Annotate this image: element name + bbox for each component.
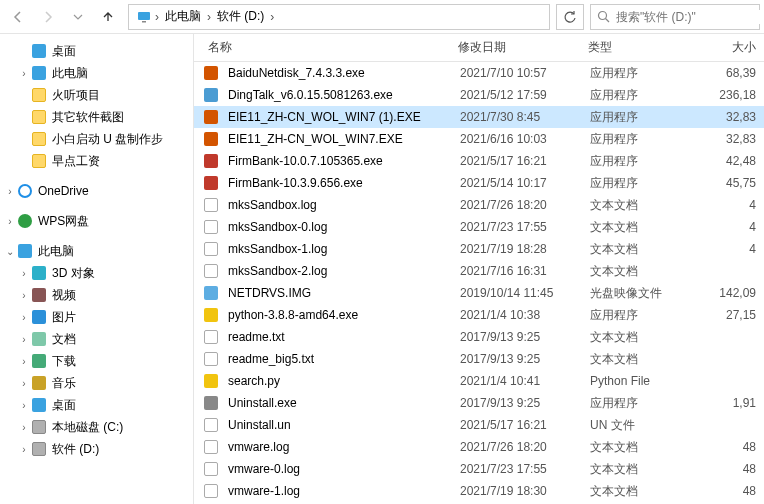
column-header-size[interactable]: 大小 [682, 39, 764, 56]
file-pane: 名称 修改日期 类型 大小 BaiduNetdisk_7.4.3.3.exe20… [194, 34, 764, 504]
file-type: 文本文档 [584, 197, 684, 214]
file-row[interactable]: vmware.log2021/7/26 18:20文本文档48 [194, 436, 764, 458]
txt-icon [202, 439, 220, 455]
file-size: 32,83 [684, 110, 764, 124]
file-date: 2021/7/26 18:20 [454, 198, 584, 212]
file-name: vmware-0.log [222, 462, 454, 476]
expand-icon[interactable]: › [4, 216, 16, 227]
file-row[interactable]: vmware-1.log2021/7/19 18:30文本文档48 [194, 480, 764, 502]
sidebar-item[interactable]: ›下载 [0, 350, 193, 372]
expand-icon[interactable]: › [18, 378, 30, 389]
img-icon [202, 285, 220, 301]
file-name: EIE11_ZH-CN_WOL_WIN7.EXE [222, 132, 454, 146]
expand-icon[interactable]: › [18, 312, 30, 323]
column-header-name[interactable]: 名称 [202, 39, 452, 56]
sidebar-item[interactable]: 早点工资 [0, 150, 193, 172]
sidebar-item-label: OneDrive [38, 184, 89, 198]
breadcrumb-item[interactable]: 此电脑 [161, 8, 205, 25]
file-row[interactable]: mksSandbox-2.log2021/7/16 16:31文本文档 [194, 260, 764, 282]
sidebar-item[interactable]: 火听项目 [0, 84, 193, 106]
sidebar-item[interactable]: ›视频 [0, 284, 193, 306]
file-row[interactable]: readme.txt2017/9/13 9:25文本文档 [194, 326, 764, 348]
nav-recent-button[interactable] [64, 4, 92, 30]
file-row[interactable]: BaiduNetdisk_7.4.3.3.exe2021/7/10 10:57应… [194, 62, 764, 84]
expand-icon[interactable]: › [18, 356, 30, 367]
refresh-button[interactable] [556, 4, 584, 30]
sidebar-item[interactable]: ⌄此电脑 [0, 240, 193, 262]
file-size: 27,15 [684, 308, 764, 322]
column-header-date[interactable]: 修改日期 [452, 39, 582, 56]
monitor-icon [135, 10, 153, 24]
nav-back-button[interactable] [4, 4, 32, 30]
file-row[interactable]: readme_big5.txt2017/9/13 9:25文本文档 [194, 348, 764, 370]
file-list[interactable]: BaiduNetdisk_7.4.3.3.exe2021/7/10 10:57应… [194, 62, 764, 504]
file-row[interactable]: FirmBank-10.0.7.105365.exe2021/5/17 16:2… [194, 150, 764, 172]
sidebar-item-label: 桌面 [52, 397, 76, 414]
folder-icon [30, 87, 48, 103]
file-type: 文本文档 [584, 329, 684, 346]
nav-up-button[interactable] [94, 4, 122, 30]
file-row[interactable]: python-3.8.8-amd64.exe2021/1/4 10:38应用程序… [194, 304, 764, 326]
txt-icon [202, 219, 220, 235]
column-header-type[interactable]: 类型 [582, 39, 682, 56]
file-row[interactable]: mksSandbox-0.log2021/7/23 17:55文本文档4 [194, 216, 764, 238]
expand-icon[interactable]: ⌄ [4, 246, 16, 257]
expand-icon[interactable]: › [18, 268, 30, 279]
sidebar-item[interactable]: ›WPS网盘 [0, 210, 193, 232]
file-type: 光盘映像文件 [584, 285, 684, 302]
file-name: Uninstall.exe [222, 396, 454, 410]
sidebar[interactable]: 桌面›此电脑火听项目其它软件截图小白启动 U 盘制作步早点工资›OneDrive… [0, 34, 194, 504]
expand-icon[interactable]: › [18, 334, 30, 345]
breadcrumb-item[interactable]: 软件 (D:) [213, 8, 268, 25]
sidebar-item[interactable]: 桌面 [0, 40, 193, 62]
file-type: 文本文档 [584, 263, 684, 280]
file-date: 2021/6/16 10:03 [454, 132, 584, 146]
file-date: 2021/7/26 18:20 [454, 440, 584, 454]
sidebar-item[interactable]: 小白启动 U 盘制作步 [0, 128, 193, 150]
file-row[interactable]: EIE11_ZH-CN_WOL_WIN7.EXE2021/6/16 10:03应… [194, 128, 764, 150]
sidebar-item[interactable]: ›文档 [0, 328, 193, 350]
file-row[interactable]: DingTalk_v6.0.15.5081263.exe2021/5/12 17… [194, 84, 764, 106]
file-name: NETDRVS.IMG [222, 286, 454, 300]
file-size: 32,83 [684, 132, 764, 146]
sidebar-item[interactable]: ›图片 [0, 306, 193, 328]
toolbar: › 此电脑 › 软件 (D:) › [0, 0, 764, 34]
expand-icon[interactable]: › [18, 400, 30, 411]
sidebar-item[interactable]: ›软件 (D:) [0, 438, 193, 460]
expand-icon[interactable]: › [18, 444, 30, 455]
file-size: 4 [684, 242, 764, 256]
expand-icon[interactable]: › [18, 68, 30, 79]
file-row[interactable]: vmware-0.log2021/7/23 17:55文本文档48 [194, 458, 764, 480]
sidebar-item-label: 软件 (D:) [52, 441, 99, 458]
file-row[interactable]: mksSandbox.log2021/7/26 18:20文本文档4 [194, 194, 764, 216]
file-row[interactable]: FirmBank-10.3.9.656.exe2021/5/14 10:17应用… [194, 172, 764, 194]
svg-point-2 [599, 12, 607, 20]
search-input[interactable] [616, 10, 764, 24]
sidebar-item[interactable]: ›本地磁盘 (C:) [0, 416, 193, 438]
sidebar-item[interactable]: 其它软件截图 [0, 106, 193, 128]
file-type: 文本文档 [584, 439, 684, 456]
file-name: readme_big5.txt [222, 352, 454, 366]
file-date: 2021/7/30 8:45 [454, 110, 584, 124]
file-row[interactable]: Uninstall.un2021/5/17 16:21UN 文件 [194, 414, 764, 436]
drive-icon [30, 441, 48, 457]
sidebar-item[interactable]: ›此电脑 [0, 62, 193, 84]
search-box[interactable] [590, 4, 760, 30]
file-row[interactable]: EIE11_ZH-CN_WOL_WIN7 (1).EXE2021/7/30 8:… [194, 106, 764, 128]
sidebar-item[interactable]: ›音乐 [0, 372, 193, 394]
expand-icon[interactable]: › [4, 186, 16, 197]
sidebar-item-label: 3D 对象 [52, 265, 95, 282]
expand-icon[interactable]: › [18, 422, 30, 433]
txt-icon [202, 483, 220, 499]
expand-icon[interactable]: › [18, 290, 30, 301]
sidebar-item[interactable]: ›OneDrive [0, 180, 193, 202]
file-row[interactable]: search.py2021/1/4 10:41Python File [194, 370, 764, 392]
folder-icon [30, 131, 48, 147]
file-row[interactable]: Uninstall.exe2017/9/13 9:25应用程序1,91 [194, 392, 764, 414]
sidebar-item[interactable]: ›3D 对象 [0, 262, 193, 284]
file-row[interactable]: NETDRVS.IMG2019/10/14 11:45光盘映像文件142,09 [194, 282, 764, 304]
breadcrumb[interactable]: › 此电脑 › 软件 (D:) › [128, 4, 550, 30]
nav-forward-button[interactable] [34, 4, 62, 30]
file-row[interactable]: mksSandbox-1.log2021/7/19 18:28文本文档4 [194, 238, 764, 260]
sidebar-item[interactable]: ›桌面 [0, 394, 193, 416]
